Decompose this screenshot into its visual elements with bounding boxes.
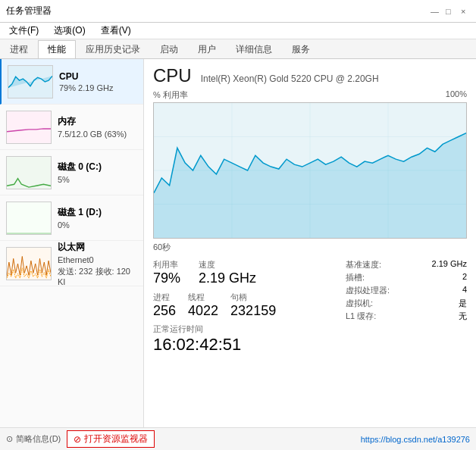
summary-label: 简略信息(D) xyxy=(16,433,61,445)
virtual-processors-value: 4 xyxy=(462,285,467,296)
title-bar: 任务管理器 — □ × xyxy=(0,0,476,23)
blog-link: https://blog.csdn.net/a139276 xyxy=(361,435,470,444)
handles-value: 232159 xyxy=(230,303,276,319)
disk1-value: 0% xyxy=(58,220,137,230)
disk0-value: 5% xyxy=(58,175,137,184)
bottom-left: ⊙ 简略信息(D) ⊘ 打开资源监视器 xyxy=(6,430,155,448)
main-content: CPU 79% 2.19 GHz 内存 7.5/12.0 GB (63%) xyxy=(0,59,476,427)
left-panel: CPU 79% 2.19 GHz 内存 7.5/12.0 GB (63%) xyxy=(0,59,144,427)
menu-file[interactable]: 文件(F) xyxy=(6,23,42,38)
svg-rect-3 xyxy=(7,202,51,234)
cpu-name: CPU xyxy=(59,71,137,82)
menu-view[interactable]: 查看(V) xyxy=(98,23,134,38)
tab-users[interactable]: 用户 xyxy=(188,40,226,58)
l1-cache-row: L1 缓存: 无 xyxy=(346,311,467,322)
disk0-info: 磁盘 0 (C:) 5% xyxy=(58,161,137,184)
svg-rect-2 xyxy=(7,157,51,189)
ethernet-info: 以太网 Ethernet0 发送: 232 接收: 120 KI xyxy=(58,241,137,286)
right-panel: CPU Intel(R) Xeon(R) Gold 5220 CPU @ 2.2… xyxy=(144,59,476,427)
speed-stat: 速度 2.19 GHz xyxy=(199,259,256,287)
processes-stat: 进程 256 xyxy=(153,292,176,319)
app-title: 任务管理器 xyxy=(6,5,52,17)
cpu-title: CPU xyxy=(153,65,192,86)
summary-button[interactable]: ⊙ 简略信息(D) xyxy=(6,433,61,445)
tab-bar: 进程 性能 应用历史记录 启动 用户 详细信息 服务 xyxy=(0,39,476,59)
memory-info: 内存 7.5/12.0 GB (63%) xyxy=(58,115,137,139)
chart-time-label: 60秒 xyxy=(153,242,467,253)
tab-services[interactable]: 服务 xyxy=(282,40,320,58)
ethernet-subname: Ethernet0 xyxy=(58,255,137,264)
tab-process[interactable]: 进程 xyxy=(0,40,38,58)
resource-item-memory[interactable]: 内存 7.5/12.0 GB (63%) xyxy=(0,105,143,150)
tab-app-history[interactable]: 应用历史记录 xyxy=(76,40,150,58)
ethernet-value: 发送: 232 接收: 120 KI xyxy=(58,266,137,286)
cpu-info: CPU 79% 2.19 GHz xyxy=(59,71,137,92)
resource-item-disk1[interactable]: 磁盘 1 (D:) 0% xyxy=(0,195,143,241)
resource-monitor-button[interactable]: ⊘ 打开资源监视器 xyxy=(67,430,155,448)
disk1-name: 磁盘 1 (D:) xyxy=(58,206,137,219)
runtime-label: 正常运行时间 xyxy=(153,323,330,335)
memory-value: 7.5/12.0 GB (63%) xyxy=(58,130,137,139)
handles-stat: 句柄 232159 xyxy=(230,292,276,319)
sockets-row: 插槽: 2 xyxy=(346,272,467,283)
sockets-label: 插槽: xyxy=(346,272,365,283)
disk0-mini-chart xyxy=(6,156,52,189)
ethernet-name: 以太网 xyxy=(58,241,137,254)
stats-area: 利用率 79% 速度 2.19 GHz 进程 256 线程 40 xyxy=(153,259,467,355)
window-controls: — □ × xyxy=(431,7,470,16)
sockets-value: 2 xyxy=(462,272,467,283)
speed-value: 2.19 GHz xyxy=(199,270,256,287)
speed-label: 速度 xyxy=(199,259,256,270)
resource-item-disk0[interactable]: 磁盘 0 (C:) 5% xyxy=(0,150,143,195)
left-stats: 利用率 79% 速度 2.19 GHz 进程 256 线程 40 xyxy=(153,259,330,355)
virtual-machine-row: 虚拟机: 是 xyxy=(346,298,467,309)
runtime-value: 16:02:42:51 xyxy=(153,335,330,355)
svg-rect-1 xyxy=(7,111,51,143)
tab-details[interactable]: 详细信息 xyxy=(226,40,282,58)
cpu-subtitle: Intel(R) Xeon(R) Gold 5220 CPU @ 2.20GH xyxy=(201,73,379,84)
chart-label-text: % 利用率 xyxy=(153,89,188,101)
disk1-mini-chart xyxy=(6,202,52,235)
threads-label: 线程 xyxy=(188,292,218,303)
cpu-value: 79% 2.19 GHz xyxy=(59,83,137,92)
minimize-button[interactable]: — xyxy=(431,7,440,16)
runtime-stat: 正常运行时间 16:02:42:51 xyxy=(153,323,330,355)
virtual-processors-label: 虚拟处理器: xyxy=(346,285,390,296)
mid-stats-row: 进程 256 线程 4022 句柄 232159 xyxy=(153,292,330,319)
chart-label: % 利用率 100% xyxy=(153,89,467,101)
base-speed-label: 基准速度: xyxy=(346,259,381,270)
resource-monitor-label: 打开资源监视器 xyxy=(84,433,148,445)
resource-item-cpu[interactable]: CPU 79% 2.19 GHz xyxy=(0,59,143,105)
base-speed-value: 2.19 GHz xyxy=(432,259,467,270)
right-header: CPU Intel(R) Xeon(R) Gold 5220 CPU @ 2.2… xyxy=(153,65,467,86)
utilization-value: 79% xyxy=(153,270,180,287)
tab-startup[interactable]: 启动 xyxy=(150,40,188,58)
base-speed-row: 基准速度: 2.19 GHz xyxy=(346,259,467,270)
cpu-mini-chart xyxy=(8,65,53,98)
virtual-machine-value: 是 xyxy=(459,298,467,309)
utilization-label: 利用率 xyxy=(153,259,180,270)
threads-stat: 线程 4022 xyxy=(188,292,218,319)
threads-value: 4022 xyxy=(188,303,218,319)
processes-label: 进程 xyxy=(153,292,176,303)
utilization-stat: 利用率 79% xyxy=(153,259,180,287)
cpu-main-chart xyxy=(153,102,467,239)
resource-item-ethernet[interactable]: 以太网 Ethernet0 发送: 232 接收: 120 KI xyxy=(0,241,143,286)
menu-bar: 文件(F) 选项(O) 查看(V) xyxy=(0,23,476,39)
disk1-info: 磁盘 1 (D:) 0% xyxy=(58,206,137,230)
menu-options[interactable]: 选项(O) xyxy=(51,23,88,38)
top-stats-row: 利用率 79% 速度 2.19 GHz xyxy=(153,259,330,287)
bottom-bar: ⊙ 简略信息(D) ⊘ 打开资源监视器 https://blog.csdn.ne… xyxy=(0,427,476,450)
memory-mini-chart xyxy=(6,111,52,144)
maximize-button[interactable]: □ xyxy=(446,7,455,16)
tab-performance[interactable]: 性能 xyxy=(38,40,76,58)
summary-chevron-icon: ⊙ xyxy=(6,434,13,444)
disk0-name: 磁盘 0 (C:) xyxy=(58,161,137,173)
right-details: 基准速度: 2.19 GHz 插槽: 2 虚拟处理器: 4 虚拟机: 是 L1 … xyxy=(346,259,467,355)
processes-value: 256 xyxy=(153,303,176,319)
virtual-machine-label: 虚拟机: xyxy=(346,298,373,309)
l1-cache-value: 无 xyxy=(459,311,467,322)
ethernet-mini-chart xyxy=(6,247,52,280)
handles-label: 句柄 xyxy=(230,292,276,303)
close-button[interactable]: × xyxy=(461,7,470,16)
